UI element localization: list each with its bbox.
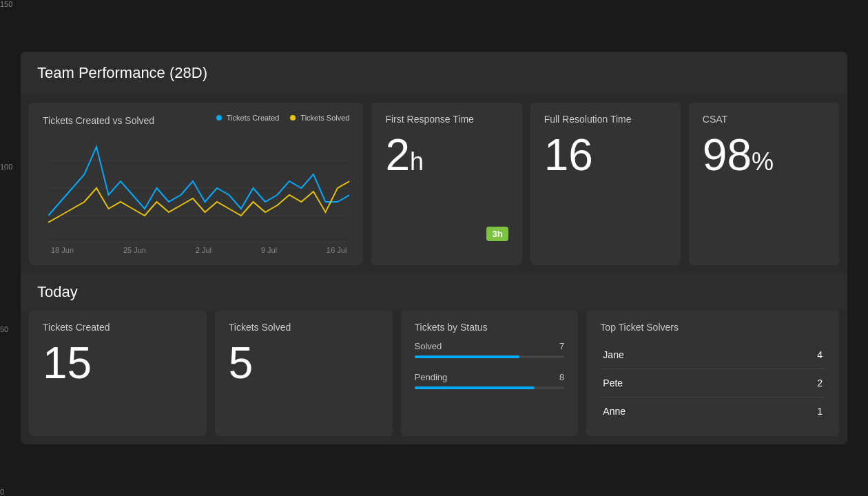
status-solved: Solved 7 bbox=[415, 341, 565, 358]
status-list: Solved 7 Pending 8 bbox=[415, 341, 565, 389]
status-pending-bar-bg bbox=[415, 386, 565, 389]
solver-anne: Anne 1 bbox=[600, 397, 825, 425]
solver-pete: Pete 2 bbox=[600, 369, 825, 397]
status-solved-label: Solved bbox=[415, 341, 442, 351]
status-solved-count: 7 bbox=[559, 341, 564, 351]
first-response-card: First Response Time 2h 3h bbox=[371, 103, 521, 265]
tickets-by-status-card: Tickets by Status Solved 7 Pending 8 bbox=[401, 311, 579, 436]
chart-svg bbox=[48, 133, 349, 243]
solver-pete-name: Pete bbox=[603, 378, 623, 389]
top-solvers-title: Top Ticket Solvers bbox=[600, 322, 825, 333]
line-chart bbox=[48, 133, 349, 243]
full-resolution-value: 16 bbox=[544, 133, 667, 177]
csat-title: CSAT bbox=[703, 114, 825, 125]
first-response-title: First Response Time bbox=[385, 114, 508, 125]
x-axis-labels: 18 Jun 25 Jun 2 Jul 9 Jul 16 Jul bbox=[48, 246, 349, 254]
dashboard: Team Performance (28D) Tickets Created v… bbox=[21, 52, 847, 444]
team-performance-title: Team Performance (28D) bbox=[37, 64, 831, 82]
team-performance-header: Team Performance (28D) bbox=[21, 52, 847, 94]
tickets-chart-card: Tickets Created vs Solved Tickets Create… bbox=[29, 103, 363, 265]
legend-created: Tickets Created bbox=[216, 114, 279, 122]
chart-area: 150 100 50 0 bbox=[43, 133, 349, 254]
tickets-created-today-title: Tickets Created bbox=[43, 322, 193, 333]
solver-anne-count: 1 bbox=[817, 406, 823, 417]
first-response-value: 2h bbox=[385, 133, 508, 177]
status-pending-row: Pending 8 bbox=[415, 372, 565, 382]
solved-dot bbox=[290, 115, 296, 121]
full-resolution-title: Full Resolution Time bbox=[544, 114, 667, 125]
csat-card: CSAT 98% bbox=[689, 103, 839, 265]
top-cards-row: Tickets Created vs Solved Tickets Create… bbox=[21, 94, 847, 273]
solver-jane-name: Jane bbox=[603, 349, 623, 360]
tickets-created-today-card: Tickets Created 15 bbox=[29, 311, 207, 436]
status-solved-bar-bg bbox=[415, 355, 565, 358]
status-pending-label: Pending bbox=[415, 372, 448, 382]
csat-value: 98% bbox=[703, 133, 825, 177]
solver-pete-count: 2 bbox=[817, 378, 823, 389]
chart-svg-container: 18 Jun 25 Jun 2 Jul 9 Jul 16 Jul bbox=[48, 133, 349, 254]
status-pending-count: 8 bbox=[559, 372, 564, 382]
status-solved-bar-fill bbox=[415, 355, 519, 358]
solver-anne-name: Anne bbox=[603, 406, 626, 417]
tickets-solved-today-title: Tickets Solved bbox=[229, 322, 379, 333]
bottom-cards-row: Tickets Created 15 Tickets Solved 5 Tick… bbox=[21, 311, 847, 444]
tickets-created-today-value: 15 bbox=[43, 341, 193, 385]
status-pending: Pending 8 bbox=[415, 372, 565, 389]
solvers-list: Jane 4 Pete 2 Anne 1 bbox=[600, 341, 825, 425]
tickets-by-status-title: Tickets by Status bbox=[415, 322, 565, 333]
top-solvers-card: Top Ticket Solvers Jane 4 Pete 2 Anne 1 bbox=[586, 311, 839, 436]
full-resolution-card: Full Resolution Time 16 bbox=[530, 103, 681, 265]
status-pending-bar-fill bbox=[415, 386, 535, 389]
tickets-solved-today-card: Tickets Solved 5 bbox=[215, 311, 393, 436]
response-badge: 3h bbox=[486, 227, 508, 241]
solver-jane-count: 4 bbox=[817, 349, 823, 360]
tickets-solved-today-value: 5 bbox=[229, 341, 379, 385]
created-dot bbox=[216, 115, 222, 121]
legend-solved: Tickets Solved bbox=[290, 114, 349, 122]
chart-legend: Tickets Created Tickets Solved bbox=[216, 114, 349, 122]
today-header: Today bbox=[21, 273, 847, 311]
today-title: Today bbox=[37, 283, 831, 301]
status-solved-row: Solved 7 bbox=[415, 341, 565, 351]
chart-title: Tickets Created vs Solved bbox=[43, 115, 154, 126]
solver-jane: Jane 4 bbox=[600, 341, 825, 369]
